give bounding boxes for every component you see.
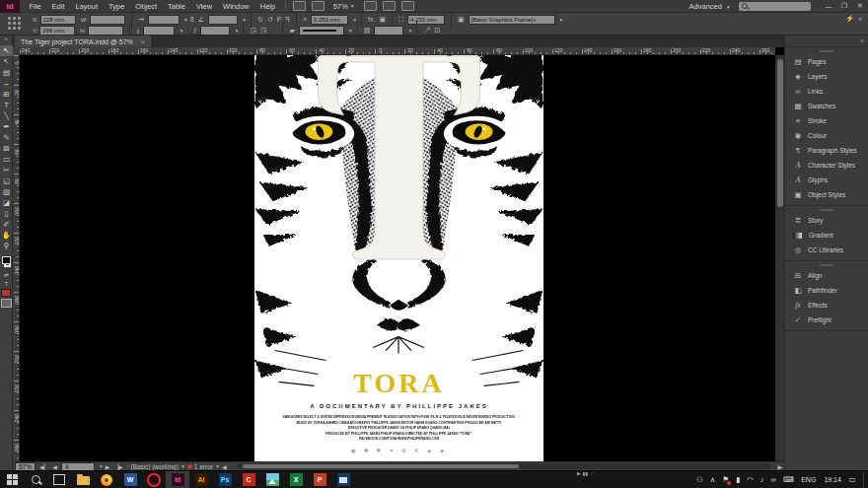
eyedropper-tool[interactable]: ✐ [0,219,13,230]
scroll-left-arrow[interactable]: ◀ [222,463,227,470]
previous-page-button[interactable]: ◀ [52,463,57,470]
first-page-button[interactable]: ◀▏ [39,463,48,470]
links-panel[interactable]: ∞Links [785,84,868,99]
corner-radius-field[interactable]: 4.233 mm [407,15,445,25]
swap-fill-stroke-icon[interactable]: ⇄ [0,270,13,279]
scale-x-field[interactable] [148,15,180,25]
object-style-field[interactable]: [Basic Graphics Frame]+ [469,15,555,25]
network-icon[interactable]: ◠ [747,475,754,484]
menu-layout[interactable]: Layout [70,2,104,11]
menu-file[interactable]: File [24,2,46,11]
cc-libraries-panel[interactable]: ◎CC Libraries [785,243,868,257]
indesign[interactable]: Id [166,471,189,488]
people-icon[interactable]: ⚇ [696,475,703,484]
effects-icon[interactable]: fx. [368,16,375,23]
photoshop[interactable]: Ps [213,471,237,488]
drop-shadow-icon[interactable]: ▣ [379,16,386,24]
close-button[interactable]: ✕ [852,1,868,12]
rotate-ccw-icon[interactable]: ↺ [267,16,273,24]
menu-edit[interactable]: Edit [46,2,70,11]
stock-icon[interactable] [312,1,325,11]
scissors-tool[interactable]: ✂ [0,165,13,175]
show-desktop-button[interactable] [863,471,868,488]
menu-type[interactable]: Type [104,2,130,11]
document-tab[interactable]: The Tiger project TORA.indd @ 57% × [15,35,151,47]
select-container-icon[interactable]: ◲ [250,27,256,35]
rectangle-tool[interactable]: ▭ [0,154,13,165]
action-center-icon[interactable]: ▭ [848,475,855,484]
scroll-right-arrow[interactable]: ▶ [777,463,782,470]
layers-panel[interactable]: ◈Layers [785,69,868,84]
language-indicator[interactable]: ENG [801,476,816,483]
line-tool[interactable]: ╲ [0,110,13,121]
link-icon[interactable]: ∞ [771,475,776,484]
zoom-level-dropdown[interactable]: 57%▼ [333,2,355,11]
vertical-scrollbar-thumb[interactable] [777,59,783,207]
fill-swatch[interactable] [2,256,11,264]
shear-field[interactable] [200,26,230,35]
menu-view[interactable]: View [190,2,217,11]
selection-tool[interactable]: ↖ [0,45,13,56]
menu-window[interactable]: Window [218,2,255,11]
wrap-none-icon[interactable]: ⊡ [434,27,440,35]
opera[interactable] [142,471,166,488]
y-field[interactable]: 266 mm [39,26,75,35]
quick-apply-lightning-icon[interactable]: ⚡ [845,15,854,23]
hand-tool[interactable]: ✋ [0,230,13,241]
preflight-panel[interactable]: ✓Preflight [785,313,868,327]
close-tab-icon[interactable]: × [141,38,145,45]
creative-cloud[interactable]: C [237,471,260,488]
opacity-icon[interactable]: ▨ [364,27,371,35]
next-page-button[interactable]: ▶ [106,463,110,470]
pages-panel[interactable]: ▤Pages [785,54,868,69]
flip-vertical-icon[interactable]: P [285,16,290,23]
dock-collapse-icon[interactable]: » [860,37,864,44]
object-styles-panel[interactable]: ▣Object Styles [785,187,868,202]
powerpoint[interactable]: P [308,471,331,488]
menu-help[interactable]: Help [254,2,280,11]
word[interactable]: W [118,471,142,488]
search-button[interactable] [24,471,47,488]
type-tool[interactable]: T [0,100,13,110]
poster-page[interactable]: TORA A DOCUMENTARY BY PHILLIPPE JAKES SA… [254,55,543,461]
direct-selection-tool[interactable]: ↖ [0,56,13,67]
horizontal-ruler[interactable]: 2402202001801601401201008060402002040608… [20,47,775,55]
fill-stroke-proxy[interactable] [0,254,13,270]
view-options-icon[interactable] [364,1,377,11]
tools-panel-collapse-icon[interactable]: » [0,35,12,45]
reference-point-proxy[interactable] [8,17,22,31]
rectangle-frame-tool[interactable]: ⊠ [0,143,13,154]
free-transform-tool[interactable]: ◱ [0,175,13,186]
pathfinder-panel[interactable]: ◧Pathfinder [785,283,868,298]
firefox[interactable] [95,471,118,488]
restore-button[interactable]: ❐ [836,1,852,12]
gradient-feather-tool[interactable]: ◪ [0,197,13,208]
formatting-affects-text-icon[interactable]: T [0,279,13,288]
defender-flag-icon[interactable]: ⚑ [722,475,729,484]
rotate-cw-icon[interactable]: ↻ [257,16,263,24]
preflight-profile[interactable]: [Basic] (working) [131,463,179,470]
align-panel[interactable]: ⊟Align [785,268,868,283]
dock-group-handle[interactable] [820,264,833,266]
pencil-tool[interactable]: ✎ [0,132,13,143]
workspace-switcher[interactable]: Advanced ▼ [689,2,731,11]
battery-icon[interactable]: ▮ [736,475,740,484]
arrange-documents-icon[interactable] [401,1,414,11]
swatches-panel[interactable]: ▦Swatches [785,99,868,113]
stroke-weight-field[interactable]: 0.353 mm [311,15,348,25]
x-field[interactable]: 128 mm [40,15,76,25]
gap-tool[interactable]: ↔ [0,78,13,89]
select-content-icon[interactable]: ◳ [260,27,267,35]
illustrator[interactable]: Ai [189,471,213,488]
effects-panel[interactable]: fxEffects [785,298,868,313]
character-styles-panel[interactable]: ACharacter Styles [785,158,868,173]
volume-icon[interactable]: ♪ [760,475,764,484]
horizontal-scrollbar[interactable] [237,463,772,469]
gallery[interactable] [331,471,355,488]
panel-menu-icon[interactable]: ≡ [858,16,862,23]
bridge-icon[interactable] [293,1,306,11]
note-tool[interactable]: ▯ [0,208,13,219]
paragraph-styles-panel[interactable]: ¶Paragraph Styles [785,143,868,158]
clock[interactable]: 19:14 [824,476,841,483]
flip-horizontal-icon[interactable]: P [277,16,282,23]
